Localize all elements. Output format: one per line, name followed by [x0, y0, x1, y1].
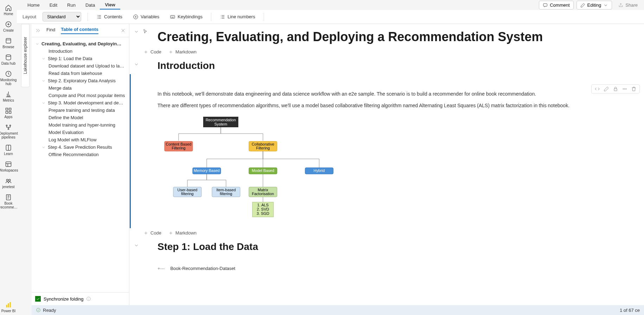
toc-item[interactable]: Prepare training and testing data [32, 107, 129, 114]
toc-item[interactable]: Step 2. Exploratory Data Analysis [32, 77, 129, 84]
sync-folding-checkbox[interactable] [35, 296, 41, 302]
find-tab[interactable]: Find [46, 27, 55, 34]
keybindings-button[interactable]: Keybindings [168, 13, 205, 21]
nav-learn[interactable]: Learn [0, 142, 17, 158]
svg-rect-14 [6, 195, 11, 200]
svg-point-25 [626, 89, 626, 89]
linenumbers-button[interactable]: Line numbers [218, 13, 257, 21]
toc-item[interactable]: Model Evaluation [32, 129, 129, 136]
close-icon[interactable] [121, 28, 125, 33]
status-bar: Ready 1 of 67 ce [32, 305, 644, 315]
menu-data[interactable]: Data [80, 1, 100, 9]
toc-item-label: Log Model with MLFlow [49, 137, 97, 142]
intro-heading: Introduction [143, 57, 644, 74]
edit-icon[interactable] [604, 86, 609, 92]
add-markdown-button[interactable]: Markdown [168, 49, 197, 54]
toc-tab[interactable]: Table of contents [61, 27, 98, 34]
left-nav-rail: Home Create Browse Data hub Monitoring h… [0, 0, 17, 315]
markdown-cell[interactable]: In this notebook, we'll demonstrate data… [130, 74, 644, 228]
toc-item-label: Offline Recommendation [49, 152, 99, 157]
toc-item-label: Step 2. Exploratory Data Analysis [48, 78, 116, 83]
more-icon[interactable] [622, 86, 627, 92]
nav-apps[interactable]: Apps [0, 105, 17, 121]
toc-item[interactable]: Merge data [32, 84, 129, 92]
menu-edit[interactable]: Edit [45, 1, 62, 9]
delete-icon[interactable] [631, 86, 637, 92]
plus-icon [143, 50, 148, 54]
nav-pipelines[interactable]: Deployment pipelines [0, 122, 17, 141]
step1-heading: Step 1: Load the Data [143, 238, 644, 255]
toc-item[interactable]: Introduction [32, 47, 129, 55]
variables-icon [133, 14, 139, 20]
editing-dropdown[interactable]: Editing [577, 1, 612, 9]
svg-rect-22 [614, 89, 617, 91]
toc-item[interactable]: Read data from lakehouse [32, 70, 129, 77]
nav-workspaces[interactable]: Workspaces [0, 159, 17, 174]
toc-item[interactable]: Download dataset and Upload to lakeh... [32, 62, 129, 70]
variables-button[interactable]: Variables [131, 13, 161, 21]
add-code-button[interactable]: Code [143, 49, 161, 54]
code-cell-folded[interactable]: +--- Book-Recommendation-Dataset [129, 266, 644, 271]
svg-text:Model Based: Model Based [252, 168, 274, 173]
svg-point-8 [6, 125, 7, 126]
svg-text:Filtering: Filtering [172, 146, 185, 150]
menu-run[interactable]: Run [62, 1, 80, 9]
lakehouse-explorer-tab[interactable]: Lakehouse explorer [21, 24, 30, 87]
svg-text:1. ALS: 1. ALS [257, 203, 269, 207]
toc-item[interactable]: Step 1: Load the Data [32, 55, 129, 62]
menu-view[interactable]: View [100, 1, 120, 9]
nav-create[interactable]: Create [0, 19, 17, 34]
svg-point-9 [9, 125, 11, 126]
toc-item[interactable]: Offline Recommendation [32, 151, 129, 158]
comment-button[interactable]: Comment [539, 1, 573, 9]
toc-item-label: Introduction [49, 49, 72, 54]
add-code-button[interactable]: Code [143, 230, 161, 236]
toc-item-label: Compute and Plot most popular items [49, 93, 125, 98]
toc-item[interactable]: Step 3. Model development and deploy [32, 99, 129, 107]
toc-item[interactable]: Compute and Plot most popular items [32, 92, 129, 99]
svg-rect-18 [543, 4, 547, 6]
svg-text:Hybrid: Hybrid [314, 168, 325, 173]
svg-text:filtering: filtering [181, 192, 193, 196]
toc-item[interactable]: Define the Model [32, 114, 129, 121]
nav-browse[interactable]: Browse [0, 35, 17, 51]
plus-icon [143, 231, 148, 236]
nav-workspace-item[interactable]: jenetest [0, 175, 17, 191]
svg-rect-7 [9, 111, 11, 114]
toc-item[interactable]: Creating, Evaluating, and Deployin… [32, 40, 129, 47]
menu-home[interactable]: Home [22, 1, 45, 9]
lock-icon[interactable] [613, 86, 618, 92]
svg-point-13 [9, 179, 11, 181]
collapse-panel-icon[interactable] [35, 28, 41, 33]
toc-item[interactable]: Step 4. Save Prediction Results [32, 143, 129, 151]
toc-item-label: Model training and hyper-tunning [49, 122, 115, 128]
fold-icon[interactable] [134, 243, 139, 248]
chevron-down-icon [41, 101, 46, 105]
contents-button[interactable]: Contents [94, 13, 124, 21]
layout-select[interactable]: Standard [43, 12, 81, 21]
svg-rect-16 [8, 303, 9, 308]
svg-point-12 [6, 179, 8, 181]
toc-item-label: Merge data [49, 85, 72, 91]
nav-home[interactable]: Home [0, 2, 17, 18]
layout-label: Layout [22, 14, 36, 19]
svg-rect-6 [6, 111, 8, 114]
nav-notebook-item[interactable]: Book recomme… [0, 192, 17, 211]
fold-icon[interactable] [134, 29, 139, 34]
nav-datahub[interactable]: Data hub [0, 52, 17, 68]
check-icon [36, 308, 41, 313]
svg-rect-20 [170, 15, 175, 18]
chevron-down-icon [41, 145, 46, 149]
plus-icon [168, 231, 173, 236]
toc-item[interactable]: Log Model with MLFlow [32, 136, 129, 143]
top-menu: Home Edit Run Data View Comment Editing … [17, 0, 644, 10]
code-icon[interactable] [594, 86, 600, 92]
nav-powerbi[interactable]: Power BI [0, 299, 17, 315]
toc-item[interactable]: Model training and hyper-tunning [32, 121, 129, 129]
add-markdown-button[interactable]: Markdown [168, 230, 197, 236]
intro-p1: In this notebook, we'll demonstrate data… [143, 88, 644, 100]
nav-monitoring[interactable]: Monitoring hub [0, 68, 17, 88]
nav-metrics[interactable]: Metrics [0, 89, 17, 104]
fold-icon[interactable] [134, 62, 139, 67]
svg-point-23 [623, 89, 624, 89]
